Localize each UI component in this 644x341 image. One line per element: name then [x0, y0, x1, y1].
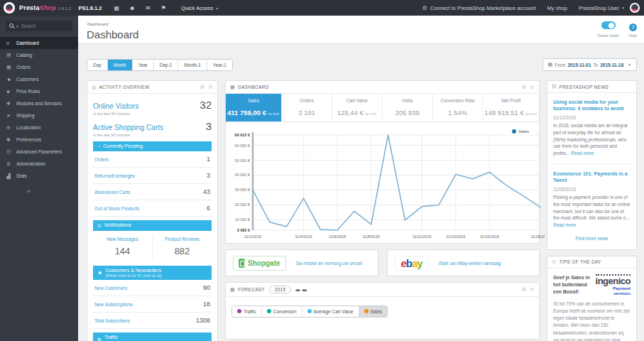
sidebar-item-localization[interactable]: ⊕Localization: [0, 121, 78, 134]
news-article: Using social media for your business: 4 …: [553, 99, 631, 157]
svg-text:11/6/2015: 11/6/2015: [329, 234, 346, 239]
new-customers-link[interactable]: New Customers: [94, 286, 127, 291]
pin-icon[interactable]: ⚑: [155, 5, 171, 11]
period-day-1-button[interactable]: Day-1: [154, 60, 178, 70]
sidebar-item-price-rules[interactable]: ⬥Price Rules: [0, 85, 78, 97]
sidebar-item-label: Price Rules: [16, 89, 40, 94]
pending-orders-link[interactable]: Orders: [94, 157, 109, 162]
user-avatar[interactable]: [630, 3, 640, 13]
user-menu[interactable]: PrestaShop User▼: [579, 5, 625, 11]
globe-icon: ⊕: [6, 125, 16, 131]
period-month-1-button[interactable]: Month-1: [178, 60, 207, 70]
total-subscribers-value: 1308: [196, 317, 210, 324]
breadcrumb[interactable]: Dashboard: [78, 19, 108, 26]
refresh-icon[interactable]: ↻: [208, 84, 213, 90]
article-title[interactable]: Ecommerce 101: Payments in a Tweet: [553, 170, 631, 183]
product-reviews-cell[interactable]: Product Reviews882: [152, 235, 212, 259]
online-visitors-link[interactable]: Online Visitors: [93, 102, 138, 110]
sidebar-item-orders[interactable]: ▦Orders: [0, 61, 78, 73]
date-range-picker[interactable]: ▦ From2015-11-01 To2015-11-18 ▼: [542, 58, 637, 71]
sidebar-item-label: Administration: [16, 161, 45, 166]
search-icon[interactable]: [9, 23, 14, 28]
ebay-link[interactable]: Start uw eBay-winkel vandaag: [439, 261, 501, 266]
period-month-button[interactable]: Month: [108, 60, 133, 70]
previous-year-button[interactable]: ◀◀: [295, 288, 299, 292]
sidebar-collapse-button[interactable]: «: [27, 188, 78, 195]
marketplace-link[interactable]: ⚙Connect to PrestaShop Marketplace accou…: [422, 5, 536, 11]
read-more-link[interactable]: Read more: [571, 151, 594, 156]
notifications-cells: New Messages144 Product Reviews882: [93, 231, 212, 262]
metric-sales[interactable]: Sales411 759,00 € tax excl.: [226, 94, 282, 121]
sidebar-item-label: Orders: [16, 65, 31, 70]
customers-icon[interactable]: ☻: [124, 5, 140, 11]
cart-icon: ▦: [230, 287, 235, 293]
sidebar-item-preferences[interactable]: ✱Preferences: [0, 134, 78, 146]
my-shop-link[interactable]: My shop: [547, 5, 567, 11]
gear-icon[interactable]: ⚙: [521, 84, 526, 90]
metric-tabs: Sales411 759,00 € tax excl. Orders3 181 …: [226, 94, 539, 122]
sidebar-item-customers[interactable]: ☻Customers: [0, 73, 78, 85]
svg-text:40 000 €: 40 000 €: [235, 173, 250, 177]
customers-row: New Customers90: [93, 280, 212, 296]
period-year-1-button[interactable]: Year-1: [207, 60, 232, 70]
ebay-banner[interactable]: ebay Start uw eBay-winkel vandaag: [387, 249, 540, 276]
sidebar-item-stats[interactable]: ▟Stats: [0, 170, 78, 182]
cart-icon[interactable]: ▦: [109, 5, 124, 11]
gear-icon[interactable]: ⚙: [521, 286, 526, 293]
metric-conversion-rate[interactable]: Conversion Rate1.54%: [433, 94, 484, 121]
abandoned-carts-link[interactable]: Abandoned Carts: [94, 190, 131, 195]
shopgate-link[interactable]: Ga mobiel en verhoog uw omzet: [296, 261, 363, 266]
lightbulb-icon: ☉: [552, 259, 557, 265]
forecast-panel: ▦ FORECAST 2015 ◀◀ ▶▶ ⚙↻ Traffic Convers…: [225, 282, 540, 340]
help-label: Help: [629, 33, 637, 38]
messages-icon[interactable]: ✉: [140, 5, 155, 11]
forecast-year[interactable]: 2015: [269, 286, 292, 293]
sidebar-item-administration[interactable]: ⚙Administration: [0, 158, 78, 170]
new-subscriptions-link[interactable]: New Subscriptions: [94, 302, 133, 307]
activity-overview-panel: ◎ ACTIVITY OVERVIEW ⚙↻ Online Visitors32…: [87, 80, 218, 341]
new-messages-cell[interactable]: New Messages144: [93, 235, 152, 259]
quick-access-menu[interactable]: Quick Access▼: [181, 5, 219, 11]
forecast-legend: Traffic Conversion Average Cart Value Sa…: [231, 305, 388, 318]
total-subscribers-link[interactable]: Total Subscribers: [94, 318, 130, 323]
find-more-news-link[interactable]: Find more news: [553, 229, 631, 247]
svg-text:66 912 €: 66 912 €: [235, 133, 250, 137]
refresh-icon[interactable]: ↻: [530, 286, 535, 293]
sidebar-item-modules[interactable]: ✚Modules and Services: [0, 97, 78, 109]
brand-version: 1.6.1.2: [58, 6, 71, 11]
legend-average-cart-value-button[interactable]: Average Cart Value: [302, 306, 359, 317]
sidebar-item-label: Customers: [16, 77, 38, 82]
metric-net-profit[interactable]: Net Profit148 918,51 € tax excl.: [483, 94, 539, 121]
sidebar-item-advanced-parameters[interactable]: ☷Advanced Parameters: [0, 146, 78, 158]
read-more-link[interactable]: Read more: [553, 222, 576, 227]
help-icon[interactable]: ?: [629, 23, 637, 31]
legend-traffic-button[interactable]: Traffic: [232, 306, 262, 317]
legend-conversion-button[interactable]: Conversion: [262, 306, 302, 317]
marketplace-gear-icon: ⚙: [422, 5, 427, 11]
article-title[interactable]: Using social media for your business: 4 …: [553, 99, 631, 112]
svg-text:11/8/2015: 11/8/2015: [363, 234, 380, 239]
search-input[interactable]: [21, 23, 69, 28]
metric-cart-value[interactable]: Cart Value129,44 € tax excl.: [332, 94, 383, 121]
legend-sales-button[interactable]: Sales: [359, 306, 387, 317]
article-date: 11/12/2015: [553, 115, 631, 120]
prestashop-logo[interactable]: [4, 2, 15, 13]
period-day-button[interactable]: Day: [87, 60, 108, 70]
sidebar-item-shipping[interactable]: ➤Shipping: [0, 109, 78, 121]
search-scope-chevron-icon[interactable]: ▼: [16, 24, 19, 28]
metric-orders[interactable]: Orders3 181: [282, 94, 332, 121]
gear-icon[interactable]: ⚙: [200, 84, 204, 90]
active-carts-link[interactable]: Active Shopping Carts: [93, 124, 163, 131]
sidebar-item-label: Preferences: [16, 137, 41, 142]
period-year-button[interactable]: Year: [133, 60, 154, 70]
sidebar-item-dashboard[interactable]: ⌂Dashboard: [0, 37, 78, 49]
shopgate-banner[interactable]: Shopgate Ga mobiel en verhoog uw omzet: [225, 249, 378, 276]
returns-link[interactable]: Returns/Exchanges: [94, 173, 135, 178]
out-of-stock-link[interactable]: Out of Stock Products: [94, 206, 139, 211]
svg-text:50 000 €: 50 000 €: [235, 158, 250, 163]
demo-mode-toggle[interactable]: [601, 21, 616, 29]
metric-visits[interactable]: Visits205 939: [383, 94, 433, 121]
refresh-icon[interactable]: ↻: [530, 84, 535, 90]
next-year-button[interactable]: ▶▶: [302, 288, 307, 292]
sidebar-item-catalog[interactable]: ▤Catalog: [0, 49, 78, 61]
